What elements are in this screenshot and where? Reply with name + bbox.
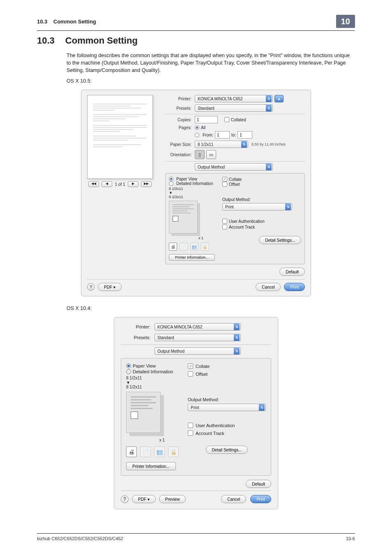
account-track-checkbox[interactable]: Account Track: [188, 430, 224, 436]
printer-select[interactable]: KONICA MINOLTA C652⇅: [154, 323, 241, 331]
running-head-left: 10.3 Common Setting: [37, 18, 96, 25]
doc-icon: 📄: [180, 243, 188, 251]
checkbox-icon: [222, 182, 227, 187]
checkbox-icon: [188, 371, 193, 377]
os-label-104: OS X 10.4:: [67, 305, 355, 311]
paper-size-select[interactable]: 8 1/2x11⇅: [195, 141, 248, 148]
presets-select[interactable]: Standard⇅: [154, 334, 241, 341]
presets-select[interactable]: Standard⇅: [195, 104, 273, 112]
preview-button[interactable]: Preview: [159, 495, 186, 503]
cancel-button[interactable]: Cancel: [221, 495, 246, 503]
portrait-icon: ▯: [198, 152, 201, 157]
print-dialog-105: ◀◀ ◀ 1 of 1 ▶ ▶▶ Printer: KONICA MINOLTA…: [81, 90, 311, 296]
collate-checkbox[interactable]: ✓Collate: [188, 363, 210, 369]
intro-paragraph: The following describes the common setti…: [67, 52, 355, 74]
printer-label: Printer:: [165, 97, 195, 101]
os-label-105: OS X 10.5:: [67, 78, 355, 84]
printer-information-button[interactable]: Printer Information...: [126, 462, 176, 470]
checkbox-icon: [188, 430, 193, 436]
pager-label: 1 of 1: [115, 182, 125, 187]
pages-to-input[interactable]: [238, 131, 252, 139]
select-arrow-icon: ⇅: [259, 404, 265, 411]
printer-icon: 🖨: [169, 243, 177, 251]
copies-label: Copies:: [165, 118, 195, 122]
section-heading: 10.3Common Setting: [37, 35, 355, 46]
printer-label: Printer:: [121, 324, 154, 329]
output-method-label: Output Method:: [222, 197, 301, 202]
detail-settings-button[interactable]: Detail Settings...: [259, 236, 301, 244]
detailed-info-radio[interactable]: [169, 181, 173, 186]
checkbox-icon: [222, 224, 227, 229]
user-auth-checkbox[interactable]: User Authentication: [222, 219, 265, 224]
paper-view-radio[interactable]: [126, 363, 131, 368]
collapse-button[interactable]: ▲: [274, 95, 284, 102]
print-button[interactable]: Print: [284, 283, 305, 291]
select-arrow-icon: ⇅: [266, 95, 272, 102]
help-button[interactable]: ?: [87, 283, 95, 291]
collate-checkbox[interactable]: ✓Collate: [222, 177, 242, 182]
pager-last-button[interactable]: ▶▶: [141, 181, 152, 187]
chapter-badge: 10: [336, 15, 355, 28]
offset-checkbox[interactable]: Offset: [188, 371, 208, 377]
pdf-button[interactable]: PDF ▾: [98, 283, 122, 291]
pdf-button[interactable]: PDF ▾: [132, 495, 156, 503]
page-preview: [87, 95, 153, 179]
select-arrow-icon: ⇅: [266, 164, 272, 170]
select-arrow-icon: ⇅: [234, 334, 240, 341]
output-method-panel: Paper View Detailed Information 8 1/2x11…: [121, 358, 271, 476]
landscape-icon: ▭: [209, 152, 213, 157]
section-select[interactable]: Output Method⇅: [154, 347, 241, 355]
user-auth-checkbox[interactable]: User Authentication: [188, 423, 235, 428]
heading-number: 10.3: [37, 35, 55, 46]
copies-indicator: x 1: [126, 438, 183, 442]
printer-information-button[interactable]: Printer Information...: [169, 254, 215, 261]
paper-size-note: 8.50 by 11.00 inches: [251, 142, 286, 146]
checkbox-icon: ✓: [222, 177, 227, 182]
default-button[interactable]: Default: [279, 268, 305, 276]
pages-from-input[interactable]: [215, 131, 230, 139]
print-button[interactable]: Print: [250, 495, 271, 503]
pager-prev-button[interactable]: ◀: [101, 181, 112, 187]
output-method-select[interactable]: Print⇅: [222, 203, 292, 210]
cancel-button[interactable]: Cancel: [256, 283, 281, 291]
output-method-panel: Paper View Detailed Information 8 1/2x11…: [165, 173, 305, 264]
lock-icon: 🔒: [168, 446, 179, 457]
pages-all-radio[interactable]: [195, 125, 199, 130]
select-arrow-icon: ⇅: [285, 204, 291, 210]
checkbox-icon: [224, 117, 229, 122]
running-head-title: Common Setting: [53, 18, 96, 25]
printer-select[interactable]: KONICA MINOLTA C652⇅: [195, 95, 273, 102]
footer-page: 10-6: [346, 536, 355, 541]
presets-label: Presets:: [121, 335, 154, 340]
pages-range-radio[interactable]: [195, 133, 199, 137]
paper-size-label: Paper Size:: [165, 142, 195, 147]
select-arrow-icon: ⇅: [266, 105, 272, 111]
output-method-select[interactable]: Print⇅: [188, 404, 266, 411]
offset-checkbox[interactable]: Offset: [222, 182, 240, 187]
pager-next-button[interactable]: ▶: [128, 181, 138, 187]
lock-icon: 🔒: [201, 243, 209, 251]
copies-indicator: x 1: [169, 236, 218, 240]
paper-view-radio[interactable]: [169, 177, 173, 181]
orientation-landscape-button[interactable]: ▭: [206, 150, 216, 159]
pager-first-button[interactable]: ◀◀: [88, 181, 99, 187]
help-button[interactable]: ?: [121, 495, 129, 503]
footer-product: bizhub C652/C652DS/C552/C552DS/C452: [37, 536, 123, 541]
print-dialog-104: Printer: KONICA MINOLTA C652⇅ Presets: S…: [114, 317, 278, 509]
checkbox-icon: [188, 423, 193, 428]
user-icon: 👥: [190, 243, 198, 251]
account-track-checkbox[interactable]: Account Track: [222, 224, 255, 229]
orientation-portrait-button[interactable]: ▯: [195, 150, 205, 159]
section-select[interactable]: Output Method⇅: [195, 163, 273, 171]
copies-input[interactable]: [195, 116, 218, 123]
detail-settings-button[interactable]: Detail Settings...: [206, 446, 248, 454]
running-head-section: 10.3: [37, 18, 47, 25]
printer-icon: 🖨: [126, 446, 137, 457]
select-arrow-icon: ⇅: [234, 348, 240, 354]
collated-checkbox[interactable]: Collated: [224, 117, 246, 122]
select-arrow-icon: ⇅: [241, 141, 247, 148]
user-icon: 👥: [154, 446, 165, 457]
preview-pager: ◀◀ ◀ 1 of 1 ▶ ▶▶: [87, 181, 153, 187]
default-button[interactable]: Default: [246, 480, 271, 488]
detailed-info-radio[interactable]: [126, 369, 131, 374]
